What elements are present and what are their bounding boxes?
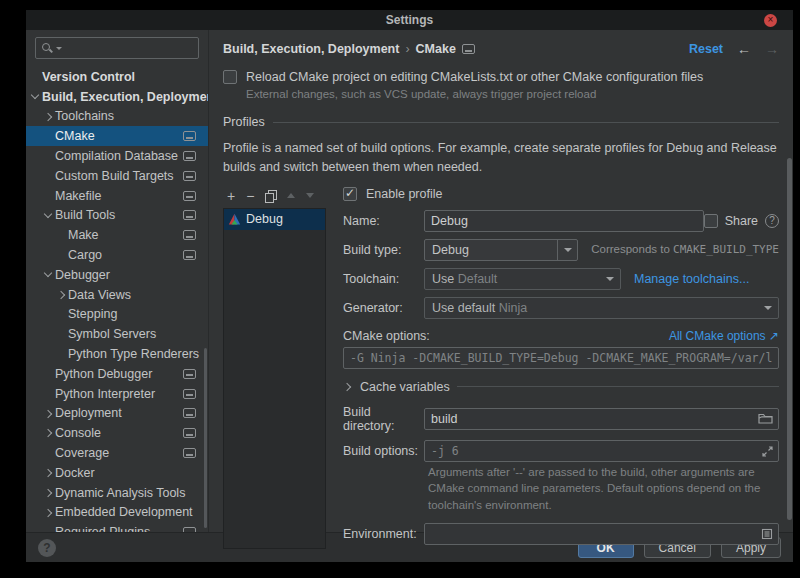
- build-directory-input[interactable]: [425, 409, 778, 429]
- share-checkbox[interactable]: [704, 214, 718, 228]
- project-level-icon: [183, 151, 196, 161]
- sidebar-item-data-views[interactable]: Data Views: [26, 285, 208, 305]
- reload-cmake-checkbox[interactable]: [223, 70, 237, 84]
- build-type-label: Build type:: [343, 243, 424, 257]
- sidebar-item-debugger[interactable]: Debugger: [26, 265, 208, 285]
- chevron-spacer: [55, 344, 68, 364]
- sidebar-item-docker[interactable]: Docker: [26, 463, 208, 483]
- sidebar-item-build-tools[interactable]: Build Tools: [26, 206, 208, 226]
- generator-select[interactable]: Use default Ninja: [424, 297, 779, 319]
- build-options-input[interactable]: [425, 441, 778, 461]
- all-cmake-options-link[interactable]: All CMake options ↗: [669, 329, 779, 343]
- chevron-down-icon[interactable]: [42, 265, 55, 285]
- chevron-right-icon[interactable]: [42, 503, 55, 523]
- chevron-spacer: [55, 324, 68, 344]
- sidebar-item-required-plugins[interactable]: Required Plugins: [26, 522, 208, 532]
- sidebar-item-label: Make: [68, 228, 99, 242]
- chevron-right-icon[interactable]: [42, 423, 55, 443]
- generator-value: Use default Ninja: [425, 301, 758, 315]
- sidebar-item-stepping[interactable]: Stepping: [26, 305, 208, 325]
- sidebar-item-cargo[interactable]: Cargo: [26, 245, 208, 265]
- sidebar-scrollbar[interactable]: [204, 348, 207, 528]
- build-type-value: Debug: [425, 243, 557, 257]
- expand-field-icon[interactable]: [762, 446, 773, 460]
- sidebar-item-cmake[interactable]: CMake: [26, 126, 208, 146]
- chevron-spacer: [42, 166, 55, 186]
- chevron-spacer: [42, 146, 55, 166]
- reset-link[interactable]: Reset: [689, 42, 723, 56]
- reload-cmake-label[interactable]: Reload CMake project on editing CMakeLis…: [246, 70, 703, 84]
- dropdown-arrow-icon: [557, 240, 577, 260]
- name-label: Name:: [343, 214, 424, 228]
- chevron-right-icon[interactable]: [42, 404, 55, 424]
- sidebar-item-python-type-renderers[interactable]: Python Type Renderers: [26, 344, 208, 364]
- sidebar-item-console[interactable]: Console: [26, 423, 208, 443]
- breadcrumb-parent[interactable]: Build, Execution, Deployment: [223, 42, 399, 56]
- settings-main-panel: Build, Execution, Deployment › CMake Res…: [209, 30, 793, 532]
- project-level-icon: [183, 369, 196, 379]
- sidebar-item-version-control[interactable]: Version Control: [26, 67, 208, 87]
- sidebar-item-makefile[interactable]: Makefile: [26, 186, 208, 206]
- sidebar-item-python-debugger[interactable]: Python Debugger: [26, 364, 208, 384]
- cmake-logo-icon: [228, 213, 241, 226]
- settings-search-input[interactable]: [35, 37, 199, 59]
- project-level-icon: [183, 428, 196, 438]
- cmake-options-label: CMake options:: [343, 329, 430, 343]
- add-profile-button[interactable]: +: [227, 189, 235, 203]
- share-label[interactable]: Share: [725, 214, 758, 228]
- title-bar[interactable]: Settings ×: [26, 10, 793, 30]
- sidebar-item-dynamic-analysis-tools[interactable]: Dynamic Analysis Tools: [26, 483, 208, 503]
- profiles-description: Profile is a named set of build options.…: [223, 139, 791, 178]
- share-help-icon[interactable]: ?: [765, 214, 779, 228]
- copy-profile-icon[interactable]: [265, 190, 276, 202]
- profile-form: Enable profile Name: Share ?: [343, 187, 779, 552]
- sidebar-item-compilation-database[interactable]: Compilation Database: [26, 146, 208, 166]
- help-icon[interactable]: ?: [38, 539, 56, 557]
- close-x: ×: [768, 14, 774, 25]
- chevron-down-icon[interactable]: [42, 206, 55, 226]
- project-level-icon: [462, 44, 475, 54]
- build-type-select[interactable]: Debug: [424, 239, 578, 261]
- folder-icon[interactable]: [758, 412, 773, 428]
- chevron-right-icon[interactable]: [42, 107, 55, 127]
- toolchain-select[interactable]: Use Default: [424, 268, 621, 290]
- environment-variables-icon[interactable]: [761, 528, 773, 543]
- cache-variables-toggle[interactable]: Cache variables: [343, 380, 779, 394]
- reload-hint: External changes, such as VCS update, al…: [246, 88, 779, 100]
- settings-window: Settings × Version ControlBuild, Executi…: [26, 10, 793, 562]
- enable-profile-checkbox[interactable]: [343, 187, 357, 201]
- sidebar-item-python-interpreter[interactable]: Python Interpreter: [26, 384, 208, 404]
- back-arrow-icon[interactable]: ←: [737, 41, 751, 57]
- enable-profile-label[interactable]: Enable profile: [366, 187, 442, 201]
- sidebar-item-custom-build-targets[interactable]: Custom Build Targets: [26, 166, 208, 186]
- sidebar-item-build-execution-deployment[interactable]: Build, Execution, Deployment: [26, 87, 208, 107]
- cmake-options-input[interactable]: [344, 348, 778, 368]
- chevron-spacer: [55, 225, 68, 245]
- sidebar-item-toolchains[interactable]: Toolchains: [26, 107, 208, 127]
- main-scrollbar[interactable]: [787, 158, 792, 520]
- sidebar-item-label: Docker: [55, 466, 95, 480]
- sidebar-item-label: CMake: [55, 129, 95, 143]
- sidebar-item-make[interactable]: Make: [26, 225, 208, 245]
- remove-profile-button[interactable]: −: [246, 189, 254, 203]
- profile-list-item-debug[interactable]: Debug: [224, 209, 325, 230]
- sidebar-item-label: Custom Build Targets: [55, 169, 174, 183]
- manage-toolchains-link[interactable]: Manage toolchains...: [634, 272, 749, 286]
- sidebar-item-embedded-development[interactable]: Embedded Development: [26, 503, 208, 523]
- environment-field-wrap: [424, 523, 779, 545]
- sidebar-item-label: Embedded Development: [55, 505, 193, 519]
- breadcrumb: Build, Execution, Deployment › CMake: [223, 42, 475, 56]
- sidebar-item-symbol-servers[interactable]: Symbol Servers: [26, 324, 208, 344]
- sidebar-item-deployment[interactable]: Deployment: [26, 404, 208, 424]
- chevron-right-icon[interactable]: [42, 463, 55, 483]
- environment-input[interactable]: [425, 524, 778, 544]
- build-directory-field-wrap: [424, 408, 779, 430]
- name-input[interactable]: [425, 211, 703, 231]
- chevron-down-icon[interactable]: [29, 87, 42, 107]
- close-icon[interactable]: ×: [764, 14, 777, 27]
- chevron-right-icon[interactable]: [55, 285, 68, 305]
- project-level-icon: [183, 230, 196, 240]
- project-level-icon: [183, 171, 196, 181]
- chevron-right-icon[interactable]: [42, 483, 55, 503]
- sidebar-item-coverage[interactable]: Coverage: [26, 443, 208, 463]
